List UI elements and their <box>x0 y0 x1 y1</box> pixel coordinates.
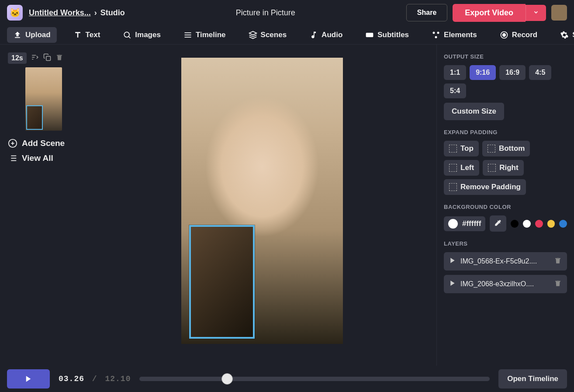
dashed-box-icon <box>449 145 457 153</box>
chevron-right-icon: › <box>94 8 97 17</box>
time-display: 03.26 / 12.10 <box>59 375 131 383</box>
ratio-5-4[interactable]: 5:4 <box>444 83 466 98</box>
svg-line-1 <box>129 36 131 38</box>
play-button[interactable] <box>7 369 50 389</box>
padding-left-button[interactable]: Left <box>444 160 479 176</box>
page-title: Picture in Picture <box>125 8 406 17</box>
elements-tool[interactable]: Elements <box>425 27 483 43</box>
svg-point-0 <box>124 32 130 37</box>
export-button[interactable]: Export Video <box>453 4 526 22</box>
seek-thumb[interactable] <box>221 373 233 385</box>
subtitles-icon <box>365 31 374 39</box>
swatch-blue[interactable] <box>559 220 567 228</box>
settings-tool[interactable]: Setting <box>554 27 574 43</box>
padding-right-button[interactable]: Right <box>483 160 523 176</box>
eyedropper-button[interactable] <box>490 215 506 232</box>
trash-icon[interactable] <box>55 53 63 63</box>
play-icon <box>449 257 456 266</box>
custom-size-button[interactable]: Custom Size <box>444 103 504 120</box>
svg-marker-27 <box>26 376 31 382</box>
app-logo[interactable]: 🐱 <box>7 5 23 21</box>
layer-item[interactable]: IMG_0568-Ex-F5c9u2.... <box>444 252 567 271</box>
audio-tool[interactable]: Audio <box>303 27 349 43</box>
share-button[interactable]: Share <box>406 4 447 21</box>
dashed-box-icon <box>449 164 457 172</box>
export-dropdown-button[interactable] <box>526 5 546 21</box>
play-icon <box>24 375 32 383</box>
video-canvas[interactable] <box>181 58 343 344</box>
play-icon <box>449 280 456 288</box>
gear-icon <box>560 31 569 39</box>
total-time: 12.10 <box>105 375 131 383</box>
svg-rect-15 <box>46 56 50 60</box>
swatch-red[interactable] <box>535 220 543 228</box>
color-input[interactable]: #ffffff <box>444 216 485 231</box>
chevron-down-icon <box>533 9 539 15</box>
seek-bar[interactable] <box>139 377 490 381</box>
svg-rect-6 <box>366 33 373 37</box>
trash-icon[interactable] <box>554 257 562 266</box>
color-preview <box>448 219 458 229</box>
svg-marker-5 <box>249 31 256 35</box>
ratio-4-5[interactable]: 4:5 <box>529 65 551 80</box>
text-tool[interactable]: Text <box>67 27 107 43</box>
shapes-icon <box>432 31 440 39</box>
view-all-button[interactable]: View All <box>8 151 80 166</box>
layers-icon <box>249 31 257 39</box>
swatch-yellow[interactable] <box>547 220 555 228</box>
ratio-16-9[interactable]: 16:9 <box>499 65 526 80</box>
layer-name: IMG_2068-e3xzilhxO.... <box>460 280 550 288</box>
padding-top-button[interactable]: Top <box>444 141 479 156</box>
breadcrumb-location: Studio <box>100 8 125 17</box>
scene-duration[interactable]: 12s <box>8 52 27 64</box>
svg-point-11 <box>502 33 505 36</box>
padding-bottom-button[interactable]: Bottom <box>482 141 530 156</box>
layer-item[interactable]: IMG_2068-e3xzilhxO.... <box>444 275 567 293</box>
svg-marker-26 <box>450 281 454 286</box>
upload-icon <box>13 31 22 39</box>
timeline-tool[interactable]: Timeline <box>177 27 232 43</box>
scenes-tool[interactable]: Scenes <box>242 27 293 43</box>
upload-tool[interactable]: Upload <box>7 27 57 43</box>
trash-icon[interactable] <box>554 279 562 289</box>
svg-point-7 <box>433 31 435 34</box>
output-size-label: OUTPUT SIZE <box>444 53 567 60</box>
copy-icon[interactable] <box>43 53 51 63</box>
remove-padding-button[interactable]: Remove Padding <box>444 179 526 195</box>
images-tool[interactable]: Images <box>117 27 167 43</box>
padding-label: EXPAND PADDING <box>444 129 567 135</box>
pip-thumbnail <box>26 105 43 130</box>
swatch-black[interactable] <box>511 220 519 228</box>
layers-label: LAYERS <box>444 240 567 247</box>
record-icon <box>500 31 508 39</box>
dashed-box-icon <box>449 183 457 191</box>
eyedropper-icon <box>494 219 502 227</box>
user-avatar[interactable] <box>551 5 567 21</box>
record-tool[interactable]: Record <box>494 27 544 43</box>
workspace-link[interactable]: Untitled Works... <box>29 8 91 17</box>
text-icon <box>73 31 82 39</box>
svg-point-9 <box>435 36 437 38</box>
pip-overlay[interactable] <box>189 225 255 339</box>
ratio-9-16[interactable]: 9:16 <box>470 65 496 80</box>
color-value: #ffffff <box>462 219 481 228</box>
layer-name: IMG_0568-Ex-F5c9u2.... <box>460 257 550 265</box>
dashed-box-icon <box>488 145 495 153</box>
breadcrumb: Untitled Works... › Studio <box>29 8 125 17</box>
dashed-box-icon <box>488 164 496 172</box>
subtitles-tool[interactable]: Subtitles <box>359 27 415 43</box>
swatch-white[interactable] <box>523 220 531 228</box>
sort-icon[interactable] <box>31 53 39 63</box>
timeline-icon <box>183 31 192 39</box>
svg-point-8 <box>437 31 439 34</box>
open-timeline-button[interactable]: Open Timeline <box>498 369 567 389</box>
list-icon <box>8 153 17 163</box>
ratio-1-1[interactable]: 1:1 <box>444 65 466 80</box>
plus-circle-icon <box>8 139 17 148</box>
svg-marker-25 <box>450 258 454 263</box>
music-icon <box>309 31 318 39</box>
current-time: 03.26 <box>59 375 84 383</box>
scene-thumbnail[interactable] <box>25 67 62 131</box>
add-scene-button[interactable]: Add Scene <box>8 136 80 151</box>
background-label: BACKGROUND COLOR <box>444 204 567 210</box>
